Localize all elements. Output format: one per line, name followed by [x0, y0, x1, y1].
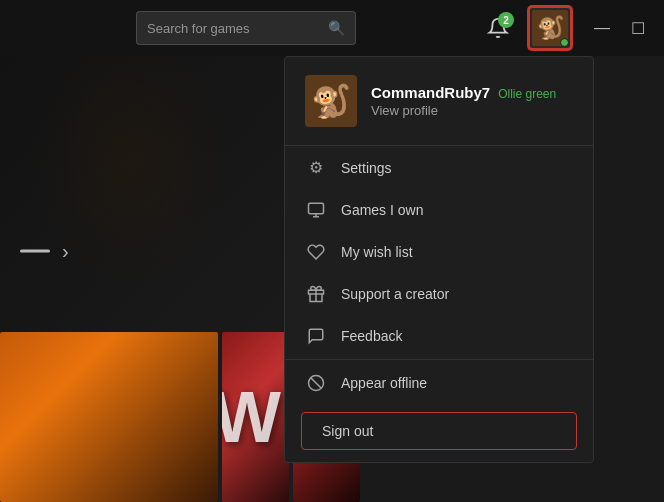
svg-rect-0 [309, 203, 324, 214]
profile-name-row: CommandRuby7 Ollie green [371, 84, 556, 101]
games-shelf-icon [305, 201, 327, 219]
window-controls: — ☐ [592, 18, 648, 38]
notification-badge: 2 [498, 12, 514, 28]
games-own-label: Games I own [341, 202, 573, 218]
slider-line [20, 250, 50, 253]
settings-gear-icon: ⚙ [305, 158, 327, 177]
feedback-label: Feedback [341, 328, 573, 344]
user-avatar-button[interactable]: 🐒 [528, 6, 572, 50]
minimize-button[interactable]: — [592, 18, 612, 38]
view-profile-link[interactable]: View profile [371, 103, 556, 118]
svg-line-6 [311, 378, 322, 389]
sign-out-menu-item[interactable]: Sign out [301, 412, 577, 450]
wishlist-menu-item[interactable]: My wish list [285, 231, 593, 273]
search-box[interactable]: Search for games 🔍 [136, 11, 356, 45]
appear-offline-label: Appear offline [341, 375, 573, 391]
feedback-menu-item[interactable]: Feedback [285, 315, 593, 357]
online-status-dot [560, 38, 569, 47]
user-dropdown-menu: 🐒 CommandRuby7 Ollie green View profile … [284, 56, 594, 463]
profile-status: Ollie green [498, 87, 556, 101]
game-card-2[interactable]: W [222, 332, 289, 502]
settings-label: Settings [341, 160, 573, 176]
menu-divider [285, 359, 593, 360]
offline-icon [305, 374, 327, 392]
slider-controls: › [20, 240, 69, 263]
profile-username: CommandRuby7 [371, 84, 490, 101]
support-gift-icon [305, 285, 327, 303]
wishlist-label: My wish list [341, 244, 573, 260]
maximize-button[interactable]: ☐ [628, 18, 648, 38]
appear-offline-menu-item[interactable]: Appear offline [285, 362, 593, 404]
search-icon: 🔍 [328, 20, 345, 36]
nav-bar: Search for games 🔍 2 🐒 — ☐ [0, 0, 664, 56]
games-own-menu-item[interactable]: Games I own [285, 189, 593, 231]
search-placeholder-text: Search for games [147, 21, 320, 36]
profile-info: CommandRuby7 Ollie green View profile [371, 84, 556, 118]
wishlist-heart-icon [305, 243, 327, 261]
game-card-2-letter: W [222, 381, 281, 453]
profile-section: 🐒 CommandRuby7 Ollie green View profile [285, 57, 593, 146]
notifications-button[interactable]: 2 [480, 10, 516, 46]
profile-avatar: 🐒 [305, 75, 357, 127]
settings-menu-item[interactable]: ⚙ Settings [285, 146, 593, 189]
support-creator-label: Support a creator [341, 286, 573, 302]
game-card-1[interactable] [0, 332, 218, 502]
feedback-person-icon [305, 327, 327, 345]
sign-out-label: Sign out [322, 423, 556, 439]
support-creator-menu-item[interactable]: Support a creator [285, 273, 593, 315]
slider-next-arrow[interactable]: › [62, 240, 69, 263]
